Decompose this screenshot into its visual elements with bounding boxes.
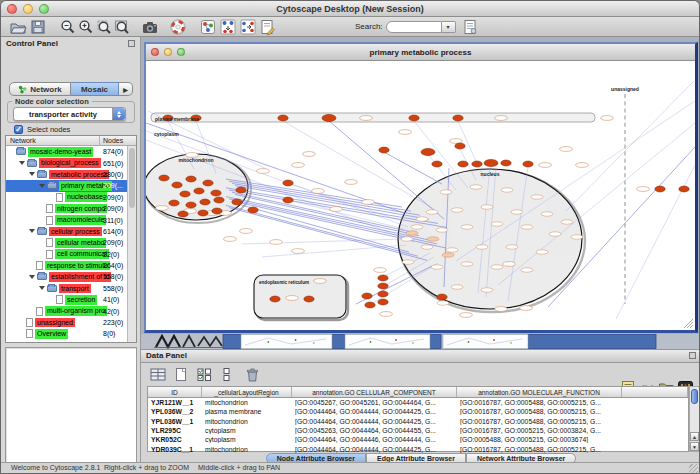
node-color-dropdown[interactable]: transporter activity bbox=[13, 107, 126, 121]
table-row[interactable]: YKR052Ccytoplasm[GO:0044464, GO:0044446,… bbox=[148, 435, 688, 444]
tree-node-count: 280(0) bbox=[103, 171, 123, 178]
tree-row[interactable]: cellular process614(0) bbox=[6, 226, 127, 237]
tree-col-nodes: Nodes bbox=[103, 137, 123, 144]
zoom-fit-icon[interactable] bbox=[113, 18, 131, 36]
layout-one-icon[interactable] bbox=[219, 18, 237, 36]
tree-row[interactable]: multi-organism pro42(0) bbox=[6, 305, 127, 316]
expand-triangle-icon[interactable] bbox=[39, 286, 45, 290]
table-row[interactable]: YPL036W__2plasma membrane[GO:0044464, GO… bbox=[148, 407, 688, 416]
float-data-panel-icon[interactable] bbox=[689, 352, 696, 359]
tree-node-count: 22(0) bbox=[103, 251, 119, 258]
snapshot-camera-icon[interactable] bbox=[141, 18, 159, 36]
tree-col-network: Network bbox=[10, 137, 36, 144]
select-attributes-icon[interactable] bbox=[195, 366, 214, 383]
tree-row[interactable]: Overview8(0) bbox=[6, 328, 127, 339]
tree-scrollbar[interactable] bbox=[127, 146, 136, 342]
node-color-selection-label: Node color selection bbox=[12, 97, 92, 106]
zoom-selected-icon[interactable] bbox=[95, 18, 113, 36]
search-input[interactable] bbox=[386, 21, 442, 33]
tree-row[interactable]: nitrogen compo209(0) bbox=[6, 203, 127, 214]
tree-row[interactable]: unassigned223(0) bbox=[6, 317, 127, 328]
background-window-edges[interactable] bbox=[223, 335, 656, 349]
app-titlebar[interactable]: Cytoscape Desktop (New Session) bbox=[1, 1, 699, 17]
tab-mosaic[interactable]: Mosaic bbox=[71, 82, 119, 96]
tree-row[interactable]: macromolecule311(0) bbox=[6, 214, 127, 225]
tab-overflow-arrow[interactable]: ▶ bbox=[119, 82, 133, 96]
tab-mosaic-label: Mosaic bbox=[81, 85, 108, 94]
tree-row[interactable]: primary metabo209(... bbox=[6, 180, 127, 191]
app-title: Cytoscape Desktop (New Session) bbox=[1, 4, 699, 14]
annotation-icon[interactable] bbox=[259, 18, 277, 36]
tree-row[interactable]: response to stimulu264(0) bbox=[6, 260, 127, 271]
network-window-titlebar[interactable]: primary metabolic process bbox=[146, 44, 695, 61]
tree-node-label: metabolic process bbox=[49, 170, 109, 180]
help-lifesaver-icon[interactable] bbox=[169, 18, 187, 36]
tree-node-label: unassigned bbox=[35, 318, 75, 328]
table-scrollbar[interactable]: ▲ ▼ bbox=[689, 386, 700, 452]
file-icon bbox=[56, 295, 63, 304]
data-panel-title: Data Panel bbox=[141, 350, 700, 360]
tree-row[interactable]: cellular metabo209(0) bbox=[6, 237, 127, 248]
tree-row[interactable]: transport558(0) bbox=[6, 283, 127, 294]
tree-row[interactable]: mosaic-demo-yeast874(0) bbox=[6, 146, 127, 157]
tree-row[interactable]: nucleobase-209(0) bbox=[6, 192, 127, 203]
column-header[interactable]: ID bbox=[148, 387, 202, 397]
attribute-table[interactable]: ID_cellularLayoutRegionannotation.GO CEL… bbox=[147, 386, 689, 452]
float-panel-icon[interactable] bbox=[128, 40, 135, 47]
new-attribute-icon[interactable] bbox=[172, 366, 191, 383]
network-canvas[interactable]: plasma membranecytoplasmmitochondrionnuc… bbox=[146, 61, 695, 330]
tree-node-count: 558(0) bbox=[103, 285, 123, 292]
table-cell: mitochondrion bbox=[202, 399, 292, 406]
scroll-up-button[interactable]: ▲ bbox=[690, 432, 699, 441]
tree-scrollbar-thumb[interactable] bbox=[129, 148, 135, 208]
cytoplasm-label: cytoplasm bbox=[154, 131, 179, 137]
expand-triangle-icon[interactable] bbox=[39, 184, 45, 188]
select-nodes-checkbox[interactable]: ✓ bbox=[14, 125, 23, 134]
attribute-table-icon[interactable] bbox=[149, 366, 168, 383]
expand-triangle-icon[interactable] bbox=[19, 161, 25, 165]
open-file-icon[interactable] bbox=[9, 18, 27, 36]
column-header[interactable]: annotation.GO CELLULAR_COMPONENT bbox=[292, 387, 457, 397]
node-color-dropdown-value: transporter activity bbox=[14, 110, 112, 119]
tree-node-count: 209(0) bbox=[103, 239, 123, 246]
table-cell: YPL036W__2 bbox=[148, 408, 202, 415]
column-header[interactable]: _cellularLayoutRegion bbox=[202, 387, 292, 397]
dropdown-arrows-icon bbox=[112, 108, 125, 120]
tree-header: Network Nodes bbox=[6, 136, 136, 146]
scroll-down-button[interactable]: ▼ bbox=[690, 442, 699, 451]
data-panel-titlebar: Data Panel bbox=[141, 350, 700, 363]
tree-node-label: secretion bbox=[65, 295, 97, 305]
expand-triangle-icon[interactable] bbox=[29, 172, 35, 176]
canvas-resize-grip[interactable] bbox=[684, 319, 693, 328]
expand-triangle-icon[interactable] bbox=[29, 229, 35, 233]
delete-attribute-icon[interactable] bbox=[243, 366, 262, 383]
search-options-icon[interactable] bbox=[461, 18, 479, 36]
resize-grip[interactable] bbox=[689, 464, 698, 473]
column-header[interactable]: annotation.GO MOLECULAR_FUNCTION bbox=[457, 387, 622, 397]
layout-two-icon[interactable] bbox=[239, 18, 257, 36]
birdseye-view-panel[interactable] bbox=[5, 347, 137, 474]
table-row[interactable]: YLR295Ccytoplasm[GO:0045263, GO:0044464,… bbox=[148, 426, 688, 435]
tree-node-count: 311(0) bbox=[103, 217, 123, 224]
table-row[interactable]: YJR121W__1mitochondrion[GO:0045267, GO:0… bbox=[148, 398, 688, 407]
tab-network[interactable]: Network bbox=[9, 82, 71, 96]
network-overview-icon[interactable] bbox=[199, 18, 217, 36]
tree-row[interactable]: metabolic process280(0) bbox=[6, 169, 127, 180]
table-cell: [GO:0044464, GO:0044444, GO:0044425, G..… bbox=[292, 418, 457, 425]
tree-node-label: response to stimulu bbox=[45, 261, 110, 271]
tree-row[interactable]: cell communicat22(0) bbox=[6, 249, 127, 260]
table-scrollbar-thumb[interactable] bbox=[691, 389, 698, 404]
table-row[interactable]: YPL036W__1mitochondrion[GO:0044464, GO:0… bbox=[148, 417, 688, 426]
attribute-list-icon[interactable] bbox=[218, 366, 237, 383]
table-cell: [GO:0005488, GO:0005215, GO:0003674] bbox=[457, 436, 622, 443]
tree-row[interactable]: biological_process651(0) bbox=[6, 157, 127, 168]
expand-triangle-icon[interactable] bbox=[29, 275, 35, 279]
status-pan-hint: Middle-click + drag to PAN bbox=[198, 464, 280, 471]
tree-row[interactable]: secretion41(0) bbox=[6, 294, 127, 305]
save-session-icon[interactable] bbox=[29, 18, 47, 36]
zoom-out-icon[interactable] bbox=[59, 18, 77, 36]
search-dropdown-button[interactable]: ▾ bbox=[442, 21, 456, 33]
tree-row[interactable]: establishment of lo558(0) bbox=[6, 271, 127, 282]
zoom-in-icon[interactable] bbox=[77, 18, 95, 36]
tree-rows: mosaic-demo-yeast874(0)biological_proces… bbox=[6, 146, 127, 342]
